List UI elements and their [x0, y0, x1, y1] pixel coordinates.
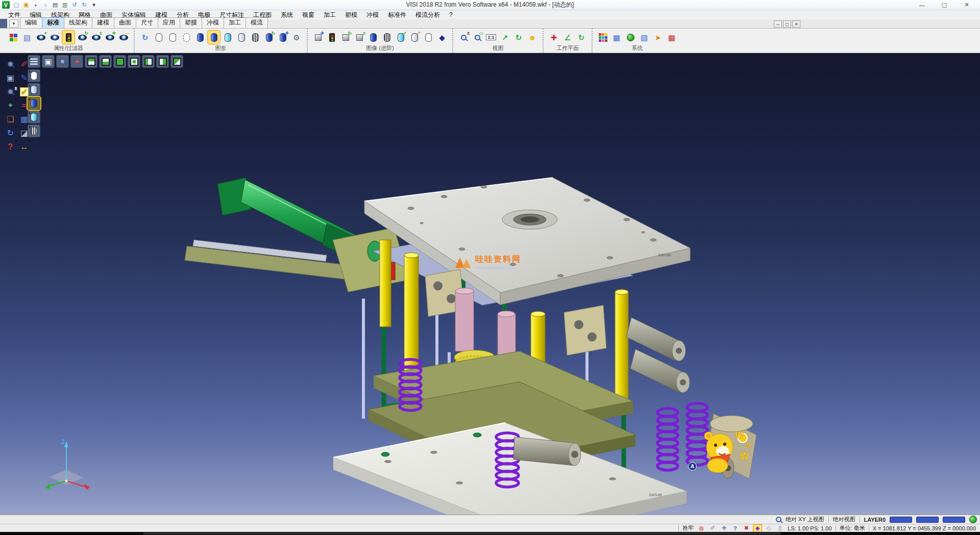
- status-units[interactable]: 单位: 毫米: [840, 524, 865, 532]
- qat-new-file[interactable]: ▢: [12, 1, 20, 9]
- solid-plus-minus[interactable]: ±: [353, 31, 365, 44]
- menu-item-standard-parts[interactable]: 标准件: [384, 10, 410, 20]
- zoom-window[interactable]: ▭: [471, 31, 483, 44]
- menu-item-window[interactable]: 视窗: [298, 10, 318, 20]
- color-table[interactable]: [597, 31, 609, 44]
- grid-plane-tool[interactable]: ▦: [18, 112, 31, 126]
- mdi-minimize-button[interactable]: —: [774, 20, 782, 28]
- solid-validate[interactable]: ✔: [395, 31, 407, 44]
- view-front[interactable]: [113, 55, 126, 68]
- 3d-model-die-assembly[interactable]: DATUM: [0, 53, 980, 515]
- solid-cube-tool[interactable]: ◪: [18, 126, 31, 140]
- solid-dark-barrel[interactable]: [381, 31, 393, 44]
- dynamic-zoom-tool[interactable]: [4, 57, 17, 71]
- snap-wand[interactable]: ✐: [708, 525, 717, 532]
- zoom-actual-size[interactable]: 1:1: [485, 31, 497, 44]
- snap-off[interactable]: ◍: [697, 525, 705, 532]
- delete-sketch-tool[interactable]: ✐: [18, 57, 31, 71]
- tab-dropdown-button[interactable]: ▼: [9, 19, 18, 28]
- regen-solids[interactable]: ↻: [263, 31, 275, 44]
- view-bottom[interactable]: [99, 55, 112, 68]
- view-top[interactable]: [85, 55, 97, 68]
- filter-document[interactable]: ▤: [21, 31, 33, 44]
- axis-triad-view[interactable]: ✦: [70, 55, 83, 68]
- snap-help[interactable]: ?: [731, 525, 739, 532]
- hidden-line-display[interactable]: [166, 31, 179, 44]
- snap-intersection[interactable]: ✖: [742, 525, 750, 532]
- solid-shaded[interactable]: [367, 31, 379, 44]
- freehand-curve-tool[interactable]: ≈: [18, 99, 31, 112]
- qat-print[interactable]: ▤: [51, 1, 59, 9]
- status-search-icon[interactable]: [776, 517, 781, 522]
- mdi-close-button[interactable]: ✕: [792, 20, 800, 28]
- window-close-button[interactable]: ✕: [955, 0, 978, 10]
- tab-edit[interactable]: 编辑: [20, 17, 42, 28]
- 3d-viewport[interactable]: DATUM: [0, 53, 980, 515]
- menu-item-help[interactable]: ?: [445, 11, 457, 19]
- menu-item-machining[interactable]: 加工: [320, 10, 340, 20]
- snap-point[interactable]: ◆: [753, 525, 762, 532]
- transparent-display[interactable]: [222, 31, 234, 44]
- workplane-rotate[interactable]: ↻: [575, 31, 587, 44]
- qat-redo[interactable]: ↻: [80, 1, 88, 9]
- layer-color-swatch-1[interactable]: [890, 517, 912, 523]
- tab-surface[interactable]: 曲面: [114, 17, 136, 28]
- dashed-hidden-display[interactable]: [180, 31, 192, 44]
- pan-view[interactable]: ↗: [499, 31, 511, 44]
- flat-display[interactable]: [235, 31, 248, 44]
- snap-vertex[interactable]: ◇: [765, 525, 773, 532]
- visibility-plus-minus[interactable]: ±: [90, 31, 102, 44]
- tab-modeling[interactable]: 建模: [92, 17, 114, 28]
- hide-entities[interactable]: −: [48, 31, 61, 44]
- show-entities[interactable]: +: [35, 31, 47, 44]
- model-hydraulic-cylinder[interactable]: [185, 178, 409, 292]
- tab-standard[interactable]: 标准: [42, 17, 64, 28]
- menu-item-system[interactable]: 系统: [277, 10, 297, 20]
- zoom-window-tool[interactable]: ▣: [4, 71, 17, 85]
- shaded-display[interactable]: [194, 31, 206, 44]
- selection-options[interactable]: ➤: [652, 31, 664, 44]
- refresh-view[interactable]: ↻: [512, 31, 525, 44]
- swap-visibility[interactable]: ↻: [76, 31, 88, 44]
- snap-battery[interactable]: ▯: [776, 525, 784, 532]
- display-settings[interactable]: ⚙: [290, 31, 303, 44]
- view-orientation-tool[interactable]: ✦: [4, 99, 17, 112]
- qat-open-file[interactable]: ▣: [22, 1, 30, 9]
- view-back[interactable]: [128, 55, 140, 68]
- solid-traffic-light[interactable]: [326, 31, 338, 44]
- snap-grab[interactable]: ✚: [720, 525, 728, 532]
- qat-undo[interactable]: ↺: [70, 1, 79, 9]
- confirm-check-tool[interactable]: ✔: [18, 85, 31, 99]
- solid-swap-visibility[interactable]: ↻: [339, 31, 352, 44]
- zoom-in-out-tool[interactable]: ±: [4, 85, 17, 99]
- qat-qat-dropdown[interactable]: ▾: [90, 1, 98, 9]
- menu-item-moldflow[interactable]: 模流分析: [411, 10, 444, 20]
- qat-save[interactable]: ▪: [32, 1, 40, 9]
- layer-color-swatch-2[interactable]: [916, 517, 939, 523]
- qat-save-all[interactable]: ▫: [41, 1, 50, 9]
- shaded-edges-display[interactable]: [208, 31, 220, 44]
- solid-export[interactable]: ↗: [408, 31, 421, 44]
- status-view-reference[interactable]: 绝对 XY 上视图: [786, 516, 824, 523]
- workplane-origin[interactable]: ✚: [548, 31, 560, 44]
- sketch-ellipse-tool[interactable]: ✎: [18, 71, 31, 85]
- menu-item-die[interactable]: 冲模: [362, 10, 383, 20]
- show-all[interactable]: ✚: [104, 31, 116, 44]
- status-globe-icon[interactable]: [969, 516, 977, 523]
- visibility-traffic-light[interactable]: [62, 31, 75, 44]
- solid-color-display[interactable]: ✚: [277, 31, 289, 44]
- assistant-badge[interactable]: A: [688, 462, 697, 471]
- solid-render[interactable]: ◆: [436, 31, 448, 44]
- workplane-align[interactable]: ∠: [561, 31, 574, 44]
- measure-tool[interactable]: ↔: [18, 140, 31, 154]
- tab-die[interactable]: 冲模: [202, 17, 224, 28]
- window-options[interactable]: ▧: [638, 31, 650, 44]
- wireframe-display[interactable]: [153, 31, 165, 44]
- view-isometric[interactable]: [170, 55, 183, 68]
- tab-dimension[interactable]: 尺寸: [136, 17, 158, 28]
- fit-view[interactable]: ▣: [42, 55, 55, 68]
- help-tool[interactable]: ?: [4, 140, 17, 154]
- status-lock-label[interactable]: 拴牢: [682, 524, 694, 532]
- layer-color-swatch-3[interactable]: [943, 517, 965, 523]
- tab-moldflow[interactable]: 模流: [246, 17, 268, 28]
